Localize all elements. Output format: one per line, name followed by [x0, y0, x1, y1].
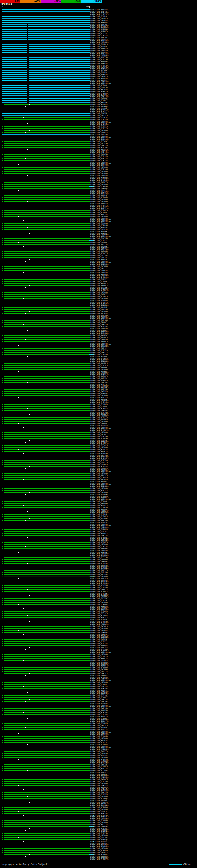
- alignment-bar[interactable]: [2, 702, 3, 702]
- alignment-row[interactable]: UniRef100_Q23JE0,: [0, 612, 197, 614]
- alignment-bar[interactable]: [4, 109, 90, 109]
- alignment-bar[interactable]: [2, 839, 3, 840]
- alignment-bar[interactable]: [2, 283, 3, 284]
- alignment-bar[interactable]: [4, 389, 90, 390]
- alignment-row[interactable]: UniRef100_A6NPM6,: [0, 548, 197, 550]
- alignment-row[interactable]: UniRef100_UP1000...: [0, 272, 197, 274]
- alignment-row[interactable]: UniRef100_Q86SE9,: [0, 203, 197, 205]
- alignment-row[interactable]: UniRef100_C55739,: [0, 556, 197, 558]
- alignment-bar[interactable]: [2, 650, 3, 650]
- alignment-bar[interactable]: [2, 643, 3, 644]
- alignment-row[interactable]: UniRef100_Q515J2,: [0, 228, 197, 230]
- alignment-bar[interactable]: [2, 35, 27, 36]
- alignment-bar[interactable]: [2, 587, 3, 588]
- alignment-row[interactable]: UniRef100_Q6PZ8V,: [0, 315, 197, 317]
- alignment-bar[interactable]: [2, 708, 3, 709]
- alignment-bar[interactable]: [4, 327, 90, 327]
- alignment-row[interactable]: UniRef100_C6T6T0,: [0, 75, 197, 78]
- alignment-bar[interactable]: [4, 488, 90, 489]
- alignment-bar[interactable]: [2, 822, 3, 823]
- alignment-bar[interactable]: [4, 199, 90, 200]
- alignment-row[interactable]: UniRef100_Q56X23,: [0, 125, 197, 127]
- alignment-bar[interactable]: [2, 652, 3, 652]
- alignment-row[interactable]: UniRef100_B9ZCF7,: [0, 739, 197, 741]
- alignment-bar[interactable]: [2, 29, 27, 30]
- alignment-bar[interactable]: [2, 691, 3, 691]
- alignment-row[interactable]: UniRef100_A6YML6,: [0, 284, 197, 287]
- alignment-bar[interactable]: [4, 354, 90, 355]
- alignment-bar[interactable]: [2, 499, 3, 499]
- alignment-row[interactable]: UniRef100_UP1000...: [0, 173, 197, 175]
- alignment-bar[interactable]: [2, 509, 3, 510]
- alignment-bar[interactable]: [4, 374, 90, 374]
- alignment-bar[interactable]: [4, 387, 90, 388]
- alignment-bar[interactable]: [2, 719, 3, 719]
- alignment-bar[interactable]: [2, 122, 3, 122]
- alignment-row[interactable]: UniRef100_B2VAF2,: [0, 466, 197, 468]
- alignment-row[interactable]: UniRef100_C6RFK4,: [0, 580, 197, 582]
- alignment-bar[interactable]: [2, 225, 3, 226]
- alignment-bar[interactable]: [4, 740, 90, 741]
- alignment-row[interactable]: UniRef100_A9SBV5,: [0, 509, 197, 511]
- alignment-bar[interactable]: [4, 570, 90, 570]
- alignment-bar[interactable]: [28, 89, 28, 90]
- alignment-bar[interactable]: [2, 266, 3, 267]
- alignment-bar[interactable]: [2, 398, 3, 398]
- alignment-row[interactable]: UniRef100_C1HDW8,: [0, 603, 197, 606]
- alignment-bar[interactable]: [2, 251, 3, 252]
- alignment-bar[interactable]: [2, 83, 27, 84]
- alignment-row[interactable]: UniRef100_C2NVS9,: [0, 476, 197, 478]
- alignment-bar[interactable]: [4, 398, 90, 398]
- alignment-bar[interactable]: [2, 359, 3, 359]
- alignment-row[interactable]: UniRef100_B3L7M5,: [0, 147, 197, 149]
- alignment-bar[interactable]: [2, 238, 3, 239]
- alignment-row[interactable]: UniRef100_UP1000...: [0, 162, 197, 164]
- alignment-bar[interactable]: [2, 85, 27, 86]
- alignment-bar[interactable]: [2, 577, 3, 577]
- alignment-row[interactable]: UniRef100_A7RA36,: [0, 384, 197, 386]
- alignment-bar[interactable]: [4, 662, 90, 663]
- alignment-row[interactable]: UniRef100_B3RLH6,: [0, 224, 197, 226]
- alignment-row[interactable]: UniRef100_C6B1C4,: [0, 673, 197, 675]
- alignment-row[interactable]: UniRef100_UP1000...: [0, 627, 197, 629]
- alignment-row[interactable]: UniRef100_UP1000...: [0, 420, 197, 423]
- alignment-bar[interactable]: [4, 702, 90, 702]
- alignment-bar[interactable]: [2, 48, 27, 49]
- alignment-row[interactable]: UniRef100_A8E686,: [0, 259, 197, 261]
- alignment-bar[interactable]: [4, 555, 90, 555]
- alignment-bar[interactable]: [4, 652, 90, 652]
- alignment-bar[interactable]: [2, 162, 3, 163]
- alignment-row[interactable]: UniRef100_B9Z52V,: [0, 67, 197, 69]
- alignment-bar[interactable]: [4, 699, 90, 700]
- alignment-bar[interactable]: [4, 219, 90, 219]
- alignment-bar[interactable]: [4, 223, 90, 223]
- alignment-row[interactable]: UniRef100_A6BZR2,: [0, 377, 197, 379]
- alignment-bar[interactable]: [2, 807, 3, 808]
- alignment-row[interactable]: UniRef100_A1CJ35,: [0, 642, 197, 645]
- alignment-bar[interactable]: [4, 259, 90, 260]
- alignment-bar[interactable]: [2, 706, 3, 706]
- alignment-bar[interactable]: [2, 206, 3, 206]
- alignment-bar[interactable]: [4, 191, 90, 191]
- alignment-row[interactable]: UniRef100_B6YHC7,: [0, 468, 197, 470]
- alignment-bar[interactable]: [2, 473, 3, 473]
- alignment-bar[interactable]: [2, 210, 3, 211]
- alignment-bar[interactable]: [2, 553, 3, 553]
- alignment-bar[interactable]: [4, 441, 90, 441]
- alignment-row[interactable]: UniRef100_B6NCY3,: [0, 657, 197, 659]
- alignment-row[interactable]: UniRef100_P14115,: [0, 190, 197, 192]
- alignment-bar[interactable]: [28, 102, 28, 103]
- alignment-row[interactable]: UniRef100_Q94MQ4,: [0, 105, 197, 108]
- alignment-bar[interactable]: [4, 231, 90, 232]
- alignment-bar[interactable]: [2, 354, 3, 355]
- alignment-bar[interactable]: [2, 620, 3, 620]
- alignment-bar[interactable]: [2, 523, 3, 523]
- alignment-bar[interactable]: [2, 624, 3, 624]
- alignment-row[interactable]: UniRef100_B5JTX4,: [0, 823, 197, 826]
- alignment-row[interactable]: UniRef100_Q8KBM4,: [0, 631, 197, 634]
- alignment-bar[interactable]: [2, 846, 3, 846]
- alignment-bar[interactable]: [2, 732, 3, 732]
- alignment-bar[interactable]: [28, 67, 28, 68]
- alignment-bar[interactable]: [28, 44, 28, 45]
- alignment-row[interactable]: UniRef100_C9EYT3,: [0, 351, 197, 353]
